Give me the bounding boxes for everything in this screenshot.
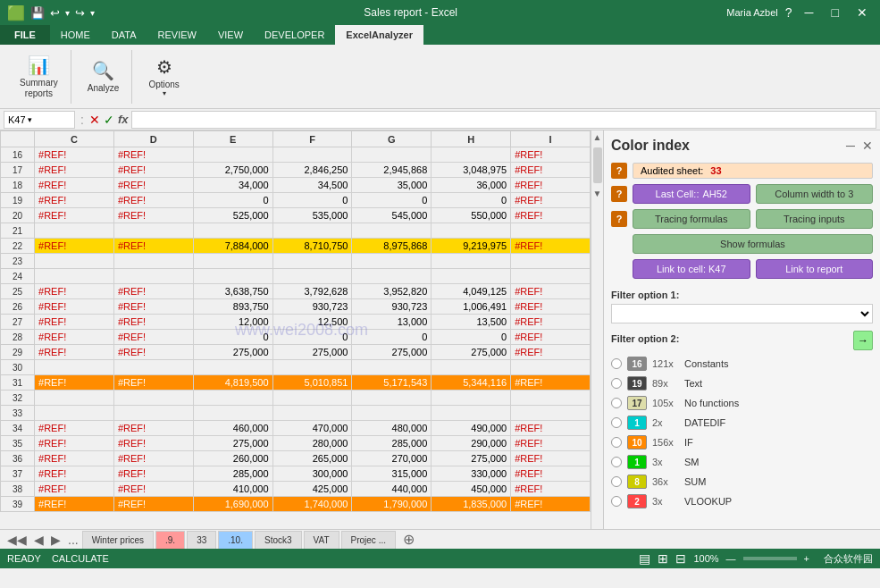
cell[interactable]: 410,000: [193, 482, 272, 497]
cell[interactable]: 535,000: [272, 208, 352, 223]
cell[interactable]: #REF!: [35, 239, 114, 254]
cell-ref-dropdown[interactable]: ▾: [28, 115, 32, 124]
col-header-f[interactable]: F: [272, 131, 352, 147]
cell[interactable]: 12,500: [272, 315, 352, 330]
close-btn[interactable]: ✕: [851, 4, 873, 21]
tab-excel-analyzer[interactable]: ExcelAnalyzer: [335, 25, 423, 45]
cell[interactable]: [352, 147, 432, 163]
cell[interactable]: 893,750: [193, 299, 272, 315]
cell[interactable]: [352, 391, 432, 406]
cell[interactable]: #REF!: [113, 436, 193, 451]
tab-review[interactable]: REVIEW: [147, 25, 207, 45]
cell[interactable]: [193, 147, 272, 163]
cell[interactable]: #REF!: [511, 239, 591, 254]
cell-reference-box[interactable]: K47 ▾: [4, 111, 75, 129]
options-button[interactable]: ⚙ Options ▾: [143, 55, 184, 99]
restore-btn[interactable]: □: [826, 4, 844, 21]
cell[interactable]: #REF!: [35, 482, 114, 497]
cell[interactable]: [35, 406, 114, 421]
cell[interactable]: [272, 406, 352, 421]
cell[interactable]: [352, 406, 432, 421]
cell[interactable]: [511, 406, 591, 421]
cell[interactable]: #REF!: [35, 299, 114, 315]
cell[interactable]: [272, 147, 352, 163]
cell[interactable]: #REF!: [113, 147, 193, 163]
cell[interactable]: [352, 223, 432, 239]
col-header-c[interactable]: C: [35, 131, 114, 147]
cell[interactable]: 545,000: [352, 208, 432, 223]
cell[interactable]: #REF!: [35, 375, 114, 391]
col-header-d[interactable]: D: [113, 131, 193, 147]
minimize-btn[interactable]: ─: [800, 4, 819, 21]
quick-undo[interactable]: ↩: [50, 6, 60, 20]
cell[interactable]: #REF!: [35, 284, 114, 299]
cell[interactable]: 34,000: [193, 178, 272, 193]
cell[interactable]: #REF!: [511, 299, 591, 315]
zoom-plus[interactable]: +: [804, 553, 809, 564]
cell[interactable]: #REF!: [35, 163, 114, 178]
cell[interactable]: 280,000: [272, 436, 352, 451]
quick-undo-dropdown[interactable]: ▾: [65, 8, 70, 18]
cell[interactable]: [193, 360, 272, 375]
cell[interactable]: #REF!: [35, 421, 114, 436]
cell[interactable]: #REF!: [35, 193, 114, 208]
cell[interactable]: [352, 269, 432, 284]
sheet-tab-prev[interactable]: ◀: [30, 533, 47, 547]
cell[interactable]: #REF!: [35, 178, 114, 193]
scroll-thumb[interactable]: [593, 147, 602, 183]
formula-input[interactable]: [131, 111, 876, 129]
cancel-formula-icon[interactable]: ✕: [89, 113, 100, 127]
audited-sheet-help-btn[interactable]: ?: [611, 163, 627, 179]
cell[interactable]: 275,000: [432, 345, 511, 360]
cell[interactable]: #REF!: [113, 284, 193, 299]
zoom-minus[interactable]: —: [726, 553, 736, 564]
filter-radio[interactable]: [611, 496, 622, 507]
vertical-scrollbar[interactable]: ▲ ▼: [591, 130, 603, 529]
add-sheet-btn[interactable]: ⊕: [398, 531, 420, 548]
cell[interactable]: #REF!: [113, 451, 193, 466]
tab-projec[interactable]: Projec ...: [341, 531, 396, 549]
cell[interactable]: #REF!: [35, 466, 114, 482]
cell[interactable]: #REF!: [113, 345, 193, 360]
cell[interactable]: 1,006,491: [432, 299, 511, 315]
cell[interactable]: #REF!: [35, 436, 114, 451]
cell[interactable]: #REF!: [113, 421, 193, 436]
filter-radio[interactable]: [611, 398, 622, 408]
cell[interactable]: [193, 406, 272, 421]
cell[interactable]: 490,000: [432, 421, 511, 436]
cell[interactable]: 0: [193, 193, 272, 208]
cell[interactable]: #REF!: [511, 208, 591, 223]
cell[interactable]: 0: [352, 193, 432, 208]
cell[interactable]: [432, 147, 511, 163]
analyze-button[interactable]: 🔍 Analyze: [82, 58, 125, 95]
filter-radio[interactable]: [611, 476, 622, 487]
col-header-i[interactable]: I: [511, 131, 591, 147]
cell[interactable]: [35, 254, 114, 269]
tab-file[interactable]: FILE: [0, 25, 50, 45]
cell[interactable]: 13,500: [432, 315, 511, 330]
view-pagebreak-btn[interactable]: ⊟: [675, 551, 686, 566]
cell[interactable]: [113, 223, 193, 239]
cell[interactable]: 270,000: [352, 451, 432, 466]
cell[interactable]: 440,000: [352, 482, 432, 497]
cell[interactable]: 330,000: [432, 466, 511, 482]
cell[interactable]: 8,710,750: [272, 239, 352, 254]
cell[interactable]: #REF!: [113, 163, 193, 178]
cell[interactable]: 315,000: [352, 466, 432, 482]
cell[interactable]: [272, 269, 352, 284]
scroll-up-arrow[interactable]: ▲: [591, 130, 603, 144]
cell[interactable]: #REF!: [511, 436, 591, 451]
cell[interactable]: #REF!: [113, 239, 193, 254]
cell[interactable]: [511, 223, 591, 239]
cell[interactable]: 460,000: [193, 421, 272, 436]
cell[interactable]: #REF!: [511, 193, 591, 208]
cell[interactable]: 3,048,975: [432, 163, 511, 178]
cell[interactable]: #REF!: [511, 178, 591, 193]
cell[interactable]: 0: [352, 330, 432, 345]
cell[interactable]: 35,000: [352, 178, 432, 193]
cell[interactable]: [511, 254, 591, 269]
cell[interactable]: #REF!: [113, 208, 193, 223]
tab-33[interactable]: 33: [187, 531, 216, 549]
panel-close-btn[interactable]: ✕: [862, 139, 873, 153]
cell[interactable]: 9,219,975: [432, 239, 511, 254]
